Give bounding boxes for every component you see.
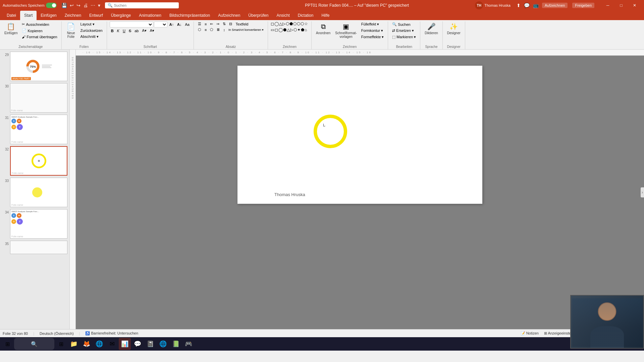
btn-formeffekte[interactable]: Formeffekte ▾ <box>360 34 385 40</box>
btn-ausschneiden[interactable]: ✂ Ausschneiden <box>20 21 58 27</box>
shape-icon-13[interactable]: ◯ <box>278 27 283 32</box>
tab-aufzeichnen[interactable]: Aufzeichnen <box>214 11 244 20</box>
print-icon[interactable]: 🖨 <box>83 3 88 8</box>
shape-icon-11[interactable]: ▭ <box>271 27 274 32</box>
shape-icon-7[interactable]: ⬠ <box>293 21 297 26</box>
maximize-button[interactable]: □ <box>614 0 628 11</box>
taskbar-task-view[interactable]: ⊞ <box>55 338 67 350</box>
taskbar-file-explorer[interactable]: 📁 <box>68 338 80 350</box>
slide-item-35[interactable]: 35 <box>1 240 68 255</box>
font-increase-btn[interactable]: A↑ <box>168 22 175 27</box>
shape-icon-19[interactable]: ⬟ <box>301 27 304 32</box>
taskbar-windows-start[interactable]: ⊞ <box>1 338 13 350</box>
clear-format-btn[interactable]: Aa <box>184 22 191 27</box>
undo-icon[interactable]: ↩ <box>70 3 74 8</box>
tab-zeichnen[interactable]: Zeichnen <box>61 11 85 20</box>
redo-icon[interactable]: ↪ <box>76 3 80 8</box>
decrease-indent-btn[interactable]: ⇐ <box>209 21 214 26</box>
dropdown-icon[interactable]: ▾ <box>98 3 100 8</box>
tab-ansicht[interactable]: Ansicht <box>272 11 293 20</box>
share-icon[interactable]: ⬆ <box>517 3 521 8</box>
save-icon[interactable]: 💾 <box>61 3 67 8</box>
shadow-btn[interactable]: ab <box>133 28 140 33</box>
increase-indent-btn[interactable]: ⇒ <box>215 21 221 26</box>
btn-anordnen[interactable]: ⧉ Anordnen <box>314 21 332 36</box>
tab-dictation[interactable]: Dictation <box>294 11 318 20</box>
btn-einfuegen[interactable]: 📋 Einfügen <box>3 21 19 36</box>
shape-icon-16[interactable]: ▷ <box>290 27 293 32</box>
shape-icon-9[interactable]: ⬡ <box>301 21 304 26</box>
smartart-btn[interactable]: In SmartArt konvertieren ▾ <box>227 27 265 32</box>
shape-icon-6[interactable]: ⬟ <box>289 21 293 26</box>
text-direction-btn[interactable]: ⇅ <box>221 21 227 26</box>
shape-icon-8[interactable]: ⬡ <box>297 21 300 26</box>
record-btn[interactable]: Aufzeichnen <box>542 3 568 8</box>
btn-schnellformat[interactable]: ▣ Schnellformat-vorlagen <box>333 21 358 40</box>
slide-item-32[interactable]: 32 Folie-name <box>1 145 68 176</box>
list-bullets-btn[interactable]: ☰ <box>197 21 203 26</box>
shape-icon-2[interactable]: ◯ <box>274 21 279 26</box>
font-color-btn[interactable]: A▾ <box>149 28 156 33</box>
close-button[interactable]: ✕ <box>628 0 641 11</box>
slide-thumb-35[interactable] <box>10 241 67 254</box>
panel-collapse-btn[interactable]: › <box>641 187 644 197</box>
btn-diktieren[interactable]: 🎤 Diktieren <box>423 21 439 36</box>
align-left-btn[interactable]: ⬡ <box>197 27 203 32</box>
comment-icon[interactable]: 💬 <box>524 3 530 8</box>
slide-thumb-30[interactable]: Folie-name <box>10 83 67 113</box>
btn-abschnitt[interactable]: Abschnitt ▾ <box>79 34 104 40</box>
share-btn[interactable]: Freigeben <box>572 3 594 8</box>
shape-icon-3[interactable]: △ <box>279 21 282 26</box>
tab-animationen[interactable]: Animationen <box>135 11 165 20</box>
slide-item-29[interactable]: 29 75% ANALYSE <box>1 51 68 82</box>
taskbar-chrome[interactable]: 🌐 <box>93 338 105 350</box>
btn-format-uebertragen[interactable]: 🖌 Format übertragen <box>20 34 58 40</box>
btn-layout[interactable]: Layout ▾ <box>79 21 104 27</box>
tab-start[interactable]: Start <box>20 11 37 20</box>
tab-entwurf[interactable]: Entwurf <box>85 11 107 20</box>
search-input[interactable] <box>114 3 168 7</box>
char-space-btn[interactable]: A▾ <box>141 28 148 33</box>
slide-item-34[interactable]: 34 SWOT Analysis Sample Forc... S W O T … <box>1 208 68 239</box>
slide-item-33[interactable]: 33 Folie-name <box>1 177 68 208</box>
btn-markieren[interactable]: ⬚ Markieren ▾ <box>391 34 417 40</box>
slide-canvas[interactable]: Thomas Hruska <box>237 66 482 204</box>
btn-fuelleffekt[interactable]: Fülleffekt ▾ <box>360 21 385 27</box>
tab-einfuegen[interactable]: Einfügen <box>37 11 60 20</box>
accessibility-status[interactable]: ♿ Barrierefreiheit: Untersuchen <box>85 331 138 336</box>
font-size-select[interactable] <box>154 21 167 27</box>
shape-icon-18[interactable]: ✦ <box>297 27 301 32</box>
tab-ueberpruefen[interactable]: Überprüfen <box>244 11 272 20</box>
columns-btn[interactable]: ⊟ <box>228 21 233 26</box>
underline-btn[interactable]: U <box>121 28 127 33</box>
align-right-btn[interactable]: ⬠ <box>209 27 215 32</box>
shape-icon-4[interactable]: ▷ <box>282 21 285 26</box>
shape-icon-17[interactable]: ⬡ <box>293 27 297 32</box>
taskbar-outlook[interactable]: ✉ <box>106 338 118 350</box>
slide-item-31[interactable]: 31 SWOT Analysis Sample Forc... S W O T … <box>1 114 68 145</box>
shape-icon-5[interactable]: ⬡ <box>286 21 289 26</box>
shape-icon-15[interactable]: △ <box>287 27 290 32</box>
slide-thumb-34[interactable]: SWOT Analysis Sample Forc... S W O T Fol… <box>10 209 67 239</box>
shape-icon-10[interactable]: ☆ <box>304 21 308 26</box>
btn-neue-folie[interactable]: 📄 NeueFolie <box>64 21 78 40</box>
slide-thumb-31[interactable]: SWOT Analysis Sample Forc... S W O T Fol… <box>10 115 67 144</box>
taskbar-firefox[interactable]: 🦊 <box>80 338 93 350</box>
notes-btn[interactable]: 📝 Notizen <box>521 331 539 336</box>
shape-icon-12[interactable]: ◻ <box>275 27 278 32</box>
tab-uebergaenge[interactable]: Übergänge <box>107 11 135 20</box>
slide-thumb-29[interactable]: 75% ANALYSE PART <box>10 52 67 81</box>
taskbar-other[interactable]: 🎮 <box>182 338 195 350</box>
minimize-button[interactable]: ─ <box>601 0 614 11</box>
align-justify-btn[interactable]: ≣ <box>215 27 221 32</box>
shape-icon-1[interactable]: ◻ <box>271 21 274 26</box>
taskbar-onenote[interactable]: 📓 <box>144 338 156 350</box>
taskbar-powerpoint[interactable]: 📊 <box>119 338 131 350</box>
list-numbers-btn[interactable]: ≡ <box>203 21 208 26</box>
strikethrough-btn[interactable]: S <box>127 28 132 33</box>
slide-item-30[interactable]: 30 Folie-name <box>1 82 68 113</box>
taskbar-excel[interactable]: 📗 <box>170 338 182 350</box>
line-spacing-btn[interactable]: ↕ <box>222 27 226 32</box>
font-decrease-btn[interactable]: A↓ <box>176 22 183 27</box>
more-icon[interactable]: ⋯ <box>91 3 95 8</box>
